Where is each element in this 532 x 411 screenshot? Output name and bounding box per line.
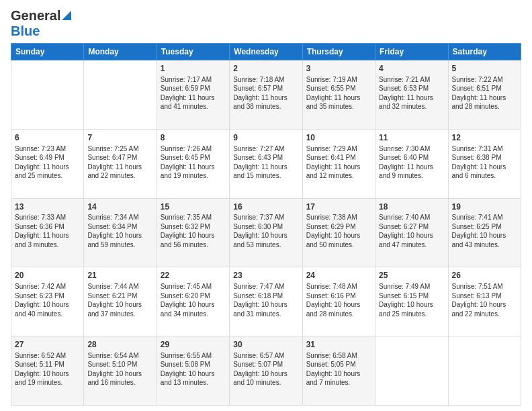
day-header-friday: Friday (375, 44, 448, 60)
calendar-cell: 20Sunrise: 7:42 AMSunset: 6:23 PMDayligh… (11, 267, 84, 336)
day-info-line: Sunrise: 7:22 AM (452, 75, 517, 85)
day-info-line: Daylight: 10 hours and 19 minutes. (15, 369, 80, 387)
day-info-line: Daylight: 11 hours and 28 minutes. (452, 93, 517, 111)
calendar-cell: 22Sunrise: 7:45 AMSunset: 6:20 PMDayligh… (157, 267, 229, 336)
day-info-line: Sunset: 5:07 PM (233, 360, 298, 369)
calendar-week-row: 6Sunrise: 7:23 AMSunset: 6:49 PMDaylight… (11, 129, 521, 198)
svg-marker-0 (62, 11, 71, 20)
day-number: 10 (306, 132, 371, 144)
day-info-line: Daylight: 11 hours and 15 minutes. (233, 163, 298, 181)
calendar-cell: 28Sunrise: 6:54 AMSunset: 5:10 PMDayligh… (84, 336, 157, 406)
day-info-line: Sunrise: 7:18 AM (233, 75, 298, 85)
calendar-cell: 11Sunrise: 7:30 AMSunset: 6:40 PMDayligh… (375, 129, 448, 198)
day-info-line: Daylight: 11 hours and 3 minutes. (15, 231, 80, 249)
day-info-line: Sunrise: 7:42 AM (15, 282, 80, 291)
calendar-cell: 15Sunrise: 7:35 AMSunset: 6:32 PMDayligh… (157, 198, 229, 267)
calendar-cell: 23Sunrise: 7:47 AMSunset: 6:18 PMDayligh… (230, 267, 302, 336)
day-info-line: Sunset: 6:57 PM (233, 84, 298, 93)
day-number: 19 (452, 201, 517, 213)
calendar-cell: 24Sunrise: 7:48 AMSunset: 6:16 PMDayligh… (302, 267, 375, 336)
day-info-line: Sunset: 6:47 PM (87, 153, 152, 163)
day-info-line: Sunrise: 7:48 AM (306, 282, 371, 291)
calendar-cell (84, 60, 157, 130)
calendar-cell: 29Sunrise: 6:55 AMSunset: 5:08 PMDayligh… (157, 336, 229, 406)
day-info-line: Sunrise: 6:57 AM (233, 351, 298, 361)
calendar-cell: 17Sunrise: 7:38 AMSunset: 6:29 PMDayligh… (302, 198, 375, 267)
day-header-monday: Monday (84, 44, 157, 60)
header: General Blue (11, 8, 521, 39)
calendar-cell (375, 336, 448, 406)
calendar-cell: 7Sunrise: 7:25 AMSunset: 6:47 PMDaylight… (84, 129, 157, 198)
day-header-tuesday: Tuesday (157, 44, 229, 60)
day-number: 6 (15, 132, 80, 144)
day-info-line: Sunrise: 7:30 AM (379, 144, 444, 154)
day-info-line: Sunset: 6:29 PM (306, 222, 371, 232)
calendar-cell: 25Sunrise: 7:49 AMSunset: 6:15 PMDayligh… (375, 267, 448, 336)
calendar-cell: 30Sunrise: 6:57 AMSunset: 5:07 PMDayligh… (230, 336, 302, 406)
day-info-line: Sunrise: 6:58 AM (306, 351, 371, 361)
day-header-sunday: Sunday (11, 44, 84, 60)
day-number: 18 (379, 201, 444, 213)
day-info-line: Sunset: 6:27 PM (379, 222, 444, 232)
day-number: 1 (161, 63, 226, 75)
day-info-line: Daylight: 11 hours and 6 minutes. (452, 163, 517, 181)
day-info-line: Sunset: 6:21 PM (87, 291, 152, 301)
calendar-cell: 21Sunrise: 7:44 AMSunset: 6:21 PMDayligh… (84, 267, 157, 336)
day-info-line: Daylight: 10 hours and 31 minutes. (233, 300, 298, 318)
day-header-wednesday: Wednesday (230, 44, 302, 60)
day-info-line: Daylight: 10 hours and 28 minutes. (306, 300, 371, 318)
day-header-saturday: Saturday (448, 44, 521, 60)
day-number: 13 (15, 201, 80, 213)
day-info-line: Sunset: 6:43 PM (233, 153, 298, 163)
day-number: 21 (87, 270, 152, 281)
day-number: 9 (233, 132, 298, 144)
day-info-line: Daylight: 10 hours and 7 minutes. (306, 369, 371, 387)
logo: General Blue (11, 8, 71, 39)
day-info-line: Daylight: 11 hours and 25 minutes. (15, 163, 80, 181)
day-number: 12 (452, 132, 517, 144)
day-info-line: Sunset: 6:55 PM (306, 84, 371, 93)
day-info-line: Sunrise: 6:55 AM (161, 351, 226, 361)
day-number: 25 (379, 270, 444, 281)
calendar-cell: 1Sunrise: 7:17 AMSunset: 6:59 PMDaylight… (157, 60, 229, 130)
calendar-cell: 12Sunrise: 7:31 AMSunset: 6:38 PMDayligh… (448, 129, 521, 198)
calendar-cell (11, 60, 84, 130)
day-info-line: Sunset: 6:18 PM (233, 291, 298, 301)
day-number: 20 (15, 270, 80, 281)
day-info-line: Sunrise: 7:41 AM (452, 213, 517, 222)
calendar-cell: 8Sunrise: 7:26 AMSunset: 6:45 PMDaylight… (157, 129, 229, 198)
day-info-line: Sunrise: 7:44 AM (87, 282, 152, 291)
day-number: 29 (161, 339, 226, 351)
day-number: 8 (161, 132, 226, 144)
day-info-line: Sunset: 6:25 PM (452, 222, 517, 232)
day-info-line: Sunset: 6:38 PM (452, 153, 517, 163)
day-info-line: Daylight: 10 hours and 40 minutes. (15, 300, 80, 318)
day-number: 26 (452, 270, 517, 281)
day-info-line: Sunset: 5:08 PM (161, 360, 226, 369)
day-header-thursday: Thursday (302, 44, 375, 60)
day-info-line: Sunrise: 7:35 AM (161, 213, 226, 222)
day-info-line: Sunset: 6:40 PM (379, 153, 444, 163)
day-number: 15 (161, 201, 226, 213)
day-info-line: Daylight: 11 hours and 9 minutes. (379, 163, 444, 181)
calendar-header-row: SundayMondayTuesdayWednesdayThursdayFrid… (11, 44, 521, 60)
day-info-line: Daylight: 10 hours and 16 minutes. (87, 369, 152, 387)
day-info-line: Daylight: 11 hours and 22 minutes. (87, 163, 152, 181)
day-info-line: Sunset: 6:41 PM (306, 153, 371, 163)
day-number: 30 (233, 339, 298, 351)
calendar-week-row: 27Sunrise: 6:52 AMSunset: 5:11 PMDayligh… (11, 336, 521, 406)
day-info-line: Sunset: 6:16 PM (306, 291, 371, 301)
day-info-line: Sunset: 6:36 PM (15, 222, 80, 232)
day-info-line: Daylight: 10 hours and 10 minutes. (233, 369, 298, 387)
day-info-line: Sunset: 6:15 PM (379, 291, 444, 301)
day-number: 24 (306, 270, 371, 281)
calendar-cell: 6Sunrise: 7:23 AMSunset: 6:49 PMDaylight… (11, 129, 84, 198)
logo-general-text: General (11, 8, 60, 24)
day-info-line: Daylight: 10 hours and 34 minutes. (161, 300, 226, 318)
calendar-cell: 9Sunrise: 7:27 AMSunset: 6:43 PMDaylight… (230, 129, 302, 198)
logo-arrow-icon (62, 11, 71, 23)
day-info-line: Sunrise: 7:17 AM (161, 75, 226, 85)
calendar-page: General Blue SundayMondayTuesdayWednesda… (0, 0, 532, 411)
day-number: 22 (161, 270, 226, 281)
day-info-line: Sunrise: 7:47 AM (233, 282, 298, 291)
